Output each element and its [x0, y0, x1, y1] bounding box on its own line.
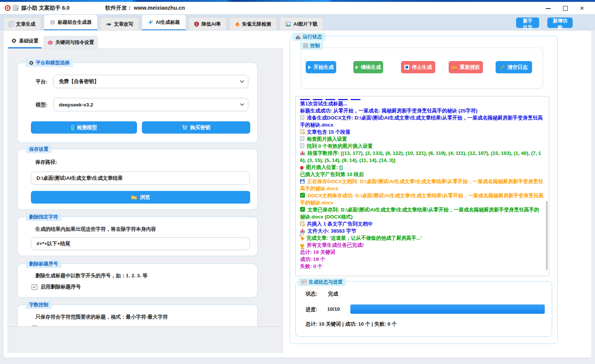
settings-scroll-viewport[interactable]: 平台和模型选择 平台: 免费【自备密钥】 模型: deepseek-v3.2 检… [7, 48, 283, 327]
save-path-input[interactable]: D:\桌面\测试\AI生成文章\生成文章结果 [31, 172, 250, 185]
remove-chars-group: 删除指定字符 生成的结果内如果出现这些字符，将去除字符本身内容 #+*+以下+结… [17, 217, 258, 256]
char-count-group: 字数控制 只保存符合字符范围要求的标题，格式：最小字符-最大字符 [17, 304, 258, 327]
log-line: 准备生成DOCX文件: D:\桌面\测试\AI生成文章\生成文章结果\从零开始，… [300, 114, 544, 128]
buy-key-button[interactable]: 购买密钥 [142, 121, 250, 134]
save-settings-group-title: 保存设置 [26, 145, 52, 153]
log-line: 正在保存DOCX文档到: D:\桌面\测试\AI生成文章\生成文章结果\从零开始… [300, 178, 544, 192]
enable-remove-numbering-checkbox[interactable]: ✓ 启用删除标题序号 [32, 284, 81, 290]
log-line: 所有文章生成任务已完成! [300, 242, 544, 249]
remove-numbering-group: 删除标题序号 删除生成标题中以数字开头的序号，如：1. 2. 3. 等 ✓ 启用… [17, 264, 258, 298]
log-line: 检查图片插入设置 [300, 135, 544, 143]
checkbox-checked-icon[interactable]: ✓ [32, 284, 37, 290]
document-icon [300, 143, 304, 148]
platform-model-group: 平台和模型选择 平台: 免费【自备密钥】 模型: deepseek-v3.2 检… [17, 63, 258, 143]
char-count-group-title: 字数控制 [26, 301, 52, 309]
app-window: 媒小助 文案助手 6.0 软件开发： www.meixiaozhu.cn × 文… [0, 0, 595, 364]
memo-icon [300, 221, 304, 226]
generation-progress-title: 生成状态与进度 [298, 278, 346, 286]
tab-article-generate[interactable]: 文章生成 [3, 17, 41, 31]
log-line: 已插入文字广告到第 10 段后 [300, 171, 544, 178]
start-generate-button[interactable]: 开始生成 [306, 61, 336, 73]
log-scrollbar[interactable] [546, 201, 548, 270]
app-title: 媒小助 文案助手 6.0 [21, 4, 70, 12]
new-features-button[interactable]: 新增功能 [547, 17, 573, 28]
save-settings-group: 保存设置 保存路径: D:\桌面\测试\AI生成文章\生成文章结果 浏览 [17, 149, 258, 210]
log-line: 完成文章: '这道菜，让从不做饭的他成了厨房高手...' [300, 234, 544, 242]
control-box: 开始生成 继续生成 停止生成 重新授权 清空日志 [301, 48, 543, 89]
party-icon [299, 235, 305, 241]
char-count-description: 只保存符合字符范围要求的标题，格式：最小字符-最大字符 [35, 314, 168, 320]
memo-icon [300, 129, 304, 134]
log-line: 总计: 19 关键词 [300, 249, 544, 256]
minimize-button[interactable] [546, 6, 551, 11]
log-line: 找到 0 个有效的图片插入设置 [300, 143, 544, 150]
tab-article-rewrite[interactable]: 文章改写 [100, 17, 139, 31]
gear-icon [12, 38, 16, 43]
log-output[interactable]: 第1次尝试生成标题... 标题生成成功: 从零开始，一菜成名: 揭秘厨房新手变身… [295, 96, 549, 276]
folder-icon [131, 195, 137, 199]
close-button[interactable]: × [579, 6, 585, 11]
tab-reduce-ai-rate[interactable]: 降低AI率 [188, 17, 227, 31]
reauthorize-button[interactable]: 重新授权 [449, 61, 483, 73]
log-clipped-first-line [300, 97, 544, 100]
model-label: 模型: [36, 102, 48, 108]
clear-log-button[interactable]: 清空日志 [496, 61, 532, 73]
document-icon [300, 115, 304, 120]
flame-icon [235, 22, 239, 27]
log-line: 共插入 1 条文字广告到文档中 [300, 220, 544, 227]
model-select[interactable]: deepseek-v3.2 [53, 98, 248, 111]
stop-generate-button[interactable]: 停止生成 [401, 61, 435, 73]
maximize-button[interactable] [563, 6, 568, 11]
window-controls: × [546, 6, 595, 11]
run-status-title: 运行状态 [292, 33, 325, 41]
platform-model-group-title: 平台和模型选择 [26, 59, 73, 67]
image-icon [286, 22, 291, 26]
status-label: 状态: [306, 291, 318, 297]
progress-summary: 总计: 10 关键词 | 成功: 10 个 | 失败: 0 个 [306, 321, 397, 328]
play-icon [308, 66, 311, 69]
remove-chars-input[interactable]: #+*+以下+结尾 [31, 237, 250, 250]
remove-numbering-description: 删除生成标题中以数字开头的序号，如：1. 2. 3. 等 [35, 272, 148, 279]
bar-chart-icon [300, 229, 305, 233]
status-value: 完成 [328, 291, 338, 297]
remove-chars-group-title: 删除指定字符 [26, 213, 61, 221]
pin-icon [300, 166, 303, 169]
tab-ai-title[interactable]: AI生成标题 [142, 15, 186, 31]
control-group-title: 控制 [300, 42, 323, 50]
log-line: 段落字数排序: [(13, 177), (2, 133), (8, 122), … [300, 150, 544, 164]
log-line: 成功: 19 个 [300, 256, 544, 263]
check-model-button[interactable]: 检测模型 [31, 121, 137, 134]
gear-icon [29, 61, 34, 65]
log-line: DOCX文档保存成功: D:\桌面\测试\AI生成文章\生成文章结果\从零开始，… [300, 192, 544, 206]
checkbox-icon[interactable] [32, 326, 37, 327]
tab-zhuque-detect[interactable]: 朱雀无限检测 [229, 17, 277, 31]
progress-label: 进度: [306, 306, 318, 313]
log-line: 失败: 0 个 [300, 263, 544, 270]
document-icon [300, 136, 304, 141]
title-bar: 媒小助 文案助手 6.0 软件开发： www.meixiaozhu.cn × [0, 2, 595, 14]
brain-icon [48, 41, 53, 45]
chevron-down-icon [240, 102, 244, 106]
chevron-down-icon [240, 79, 244, 83]
continue-generate-button[interactable]: 继续生成 [353, 61, 383, 73]
check-icon [300, 207, 305, 212]
char-count-clipped-checkbox[interactable] [32, 326, 37, 327]
tab-title-combiner[interactable]: 标题组合生成器 [44, 15, 98, 31]
browse-button[interactable]: 浏览 [31, 191, 250, 204]
cart-icon [182, 125, 187, 130]
generation-progress-box: 状态: 完成 进度: 10/10 总计: 10 关键词 | 成功: 10 个 |… [295, 281, 552, 337]
platform-label: 平台: [36, 79, 48, 85]
log-line: 标题生成成功: 从零开始，一菜成名: 揭秘厨房新手变身烹饪高手的秘诀 (25字符… [300, 107, 544, 114]
platform-select[interactable]: 免费【自备密钥】 [53, 75, 248, 88]
progress-value: 10/10 [327, 306, 340, 312]
remove-chars-description: 生成的结果内如果出现这些字符，将去除字符本身内容 [35, 226, 156, 233]
subtab-basic-settings[interactable]: 基础设置 [8, 34, 42, 48]
subtab-keywords-settings[interactable]: 关键词与指令设置 [44, 36, 98, 48]
beginner-guide-button[interactable]: 新手引导 [516, 17, 539, 28]
log-line: 文章包含 15 个段落 [300, 128, 544, 135]
pen-icon [106, 22, 111, 26]
tab-ai-image-download[interactable]: AI图片下载 [280, 17, 324, 31]
document-icon [9, 22, 13, 27]
grid-icon [303, 44, 308, 48]
progress-bar [350, 304, 545, 314]
